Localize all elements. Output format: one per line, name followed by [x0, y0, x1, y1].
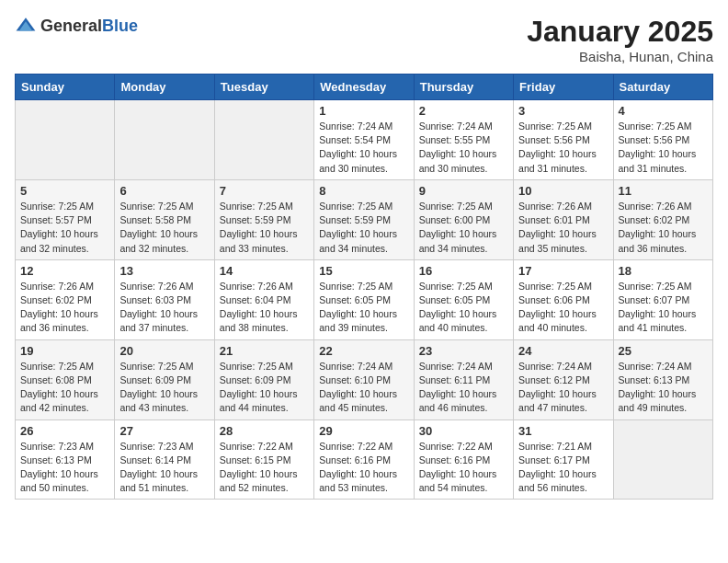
day-number: 7: [220, 184, 309, 198]
calendar-cell: 30Sunrise: 7:22 AMSunset: 6:16 PMDayligh…: [414, 419, 513, 500]
day-number: 31: [518, 424, 608, 438]
calendar-cell: 4Sunrise: 7:25 AMSunset: 5:56 PMDaylight…: [613, 100, 712, 180]
calendar-subtitle: Baisha, Hunan, China: [527, 49, 713, 64]
day-number: 24: [518, 344, 608, 358]
day-number: 15: [319, 264, 408, 278]
weekday-header: Saturday: [613, 75, 712, 100]
calendar-cell: 6Sunrise: 7:25 AMSunset: 5:58 PMDaylight…: [115, 179, 214, 259]
calendar-cell: 9Sunrise: 7:25 AMSunset: 6:00 PMDaylight…: [414, 179, 513, 259]
logo-text-blue: Blue: [102, 17, 138, 35]
day-number: 16: [419, 264, 508, 278]
day-number: 12: [20, 264, 109, 278]
calendar-cell: 15Sunrise: 7:25 AMSunset: 6:05 PMDayligh…: [314, 259, 414, 339]
day-number: 5: [20, 184, 109, 198]
calendar-cell: 18Sunrise: 7:25 AMSunset: 6:07 PMDayligh…: [613, 259, 712, 339]
day-info: Sunrise: 7:25 AMSunset: 6:09 PMDaylight:…: [119, 360, 209, 416]
day-info: Sunrise: 7:25 AMSunset: 6:07 PMDaylight:…: [619, 280, 708, 336]
day-info: Sunrise: 7:22 AMSunset: 6:16 PMDaylight:…: [419, 440, 508, 496]
day-number: 25: [619, 344, 708, 358]
calendar-cell: 31Sunrise: 7:21 AMSunset: 6:17 PMDayligh…: [514, 419, 613, 500]
day-number: 21: [220, 344, 309, 358]
day-info: Sunrise: 7:26 AMSunset: 6:02 PMDaylight:…: [619, 200, 708, 256]
day-info: Sunrise: 7:25 AMSunset: 6:09 PMDaylight:…: [220, 360, 309, 416]
day-info: Sunrise: 7:24 AMSunset: 5:54 PMDaylight:…: [319, 120, 408, 176]
day-info: Sunrise: 7:26 AMSunset: 6:04 PMDaylight:…: [220, 280, 309, 336]
calendar-cell: 14Sunrise: 7:26 AMSunset: 6:04 PMDayligh…: [214, 259, 313, 339]
day-info: Sunrise: 7:25 AMSunset: 5:57 PMDaylight:…: [20, 200, 109, 256]
day-info: Sunrise: 7:25 AMSunset: 6:06 PMDaylight:…: [518, 280, 608, 336]
calendar-cell: 28Sunrise: 7:22 AMSunset: 6:15 PMDayligh…: [214, 419, 313, 500]
day-info: Sunrise: 7:21 AMSunset: 6:17 PMDaylight:…: [518, 440, 608, 496]
day-number: 1: [319, 104, 408, 118]
calendar-cell: 3Sunrise: 7:25 AMSunset: 5:56 PMDaylight…: [514, 100, 613, 180]
day-number: 9: [419, 184, 508, 198]
calendar-cell: 11Sunrise: 7:26 AMSunset: 6:02 PMDayligh…: [613, 179, 712, 259]
calendar-cell: 13Sunrise: 7:26 AMSunset: 6:03 PMDayligh…: [115, 259, 214, 339]
day-number: 22: [319, 344, 408, 358]
day-info: Sunrise: 7:25 AMSunset: 6:05 PMDaylight:…: [319, 280, 408, 336]
calendar-cell: [16, 100, 115, 180]
day-info: Sunrise: 7:25 AMSunset: 6:05 PMDaylight:…: [419, 280, 508, 336]
day-number: 13: [119, 264, 209, 278]
day-number: 10: [518, 184, 608, 198]
day-info: Sunrise: 7:22 AMSunset: 6:16 PMDaylight:…: [319, 440, 408, 496]
logo-icon: [15, 15, 37, 37]
day-number: 2: [419, 104, 508, 118]
calendar-cell: 8Sunrise: 7:25 AMSunset: 5:59 PMDaylight…: [314, 179, 414, 259]
day-info: Sunrise: 7:26 AMSunset: 6:01 PMDaylight:…: [518, 200, 608, 256]
day-info: Sunrise: 7:25 AMSunset: 5:56 PMDaylight:…: [518, 120, 608, 176]
day-info: Sunrise: 7:24 AMSunset: 6:13 PMDaylight:…: [619, 360, 708, 416]
day-number: 20: [119, 344, 209, 358]
day-number: 3: [518, 104, 608, 118]
weekday-header-row: SundayMondayTuesdayWednesdayThursdayFrid…: [16, 75, 713, 100]
weekday-header: Wednesday: [314, 75, 414, 100]
calendar-week-row: 1Sunrise: 7:24 AMSunset: 5:54 PMDaylight…: [16, 100, 713, 180]
day-info: Sunrise: 7:26 AMSunset: 6:03 PMDaylight:…: [119, 280, 209, 336]
day-info: Sunrise: 7:25 AMSunset: 5:59 PMDaylight:…: [220, 200, 309, 256]
day-info: Sunrise: 7:25 AMSunset: 6:08 PMDaylight:…: [20, 360, 109, 416]
weekday-header: Friday: [514, 75, 613, 100]
page-header: GeneralBlue January 2025 Baisha, Hunan, …: [15, 15, 713, 64]
calendar-week-row: 5Sunrise: 7:25 AMSunset: 5:57 PMDaylight…: [16, 179, 713, 259]
calendar-week-row: 19Sunrise: 7:25 AMSunset: 6:08 PMDayligh…: [16, 339, 713, 419]
calendar-cell: [214, 100, 313, 180]
calendar-cell: 26Sunrise: 7:23 AMSunset: 6:13 PMDayligh…: [16, 419, 115, 500]
calendar-cell: 16Sunrise: 7:25 AMSunset: 6:05 PMDayligh…: [414, 259, 513, 339]
calendar-cell: 25Sunrise: 7:24 AMSunset: 6:13 PMDayligh…: [613, 339, 712, 419]
logo-text-general: General: [40, 17, 102, 35]
day-info: Sunrise: 7:22 AMSunset: 6:15 PMDaylight:…: [220, 440, 309, 496]
title-block: January 2025 Baisha, Hunan, China: [527, 15, 713, 64]
calendar-cell: 19Sunrise: 7:25 AMSunset: 6:08 PMDayligh…: [16, 339, 115, 419]
day-info: Sunrise: 7:23 AMSunset: 6:14 PMDaylight:…: [119, 440, 209, 496]
day-info: Sunrise: 7:24 AMSunset: 6:11 PMDaylight:…: [419, 360, 508, 416]
calendar-cell: 7Sunrise: 7:25 AMSunset: 5:59 PMDaylight…: [214, 179, 313, 259]
day-info: Sunrise: 7:25 AMSunset: 5:56 PMDaylight:…: [619, 120, 708, 176]
weekday-header: Thursday: [414, 75, 513, 100]
day-number: 6: [119, 184, 209, 198]
day-number: 26: [20, 424, 109, 438]
calendar-cell: 24Sunrise: 7:24 AMSunset: 6:12 PMDayligh…: [514, 339, 613, 419]
calendar-title: January 2025: [527, 15, 713, 49]
day-number: 14: [220, 264, 309, 278]
day-info: Sunrise: 7:26 AMSunset: 6:02 PMDaylight:…: [20, 280, 109, 336]
calendar-cell: [115, 100, 214, 180]
day-number: 17: [518, 264, 608, 278]
calendar-week-row: 12Sunrise: 7:26 AMSunset: 6:02 PMDayligh…: [16, 259, 713, 339]
weekday-header: Sunday: [16, 75, 115, 100]
day-number: 4: [619, 104, 708, 118]
calendar-cell: 1Sunrise: 7:24 AMSunset: 5:54 PMDaylight…: [314, 100, 414, 180]
day-info: Sunrise: 7:24 AMSunset: 6:12 PMDaylight:…: [518, 360, 608, 416]
day-number: 11: [619, 184, 708, 198]
day-number: 28: [220, 424, 309, 438]
calendar-cell: 5Sunrise: 7:25 AMSunset: 5:57 PMDaylight…: [16, 179, 115, 259]
day-number: 29: [319, 424, 408, 438]
calendar-cell: 27Sunrise: 7:23 AMSunset: 6:14 PMDayligh…: [115, 419, 214, 500]
day-info: Sunrise: 7:24 AMSunset: 5:55 PMDaylight:…: [419, 120, 508, 176]
calendar-cell: 23Sunrise: 7:24 AMSunset: 6:11 PMDayligh…: [414, 339, 513, 419]
day-number: 30: [419, 424, 508, 438]
weekday-header: Tuesday: [214, 75, 313, 100]
logo: GeneralBlue: [15, 15, 138, 37]
day-number: 19: [20, 344, 109, 358]
day-info: Sunrise: 7:25 AMSunset: 5:59 PMDaylight:…: [319, 200, 408, 256]
day-number: 23: [419, 344, 508, 358]
